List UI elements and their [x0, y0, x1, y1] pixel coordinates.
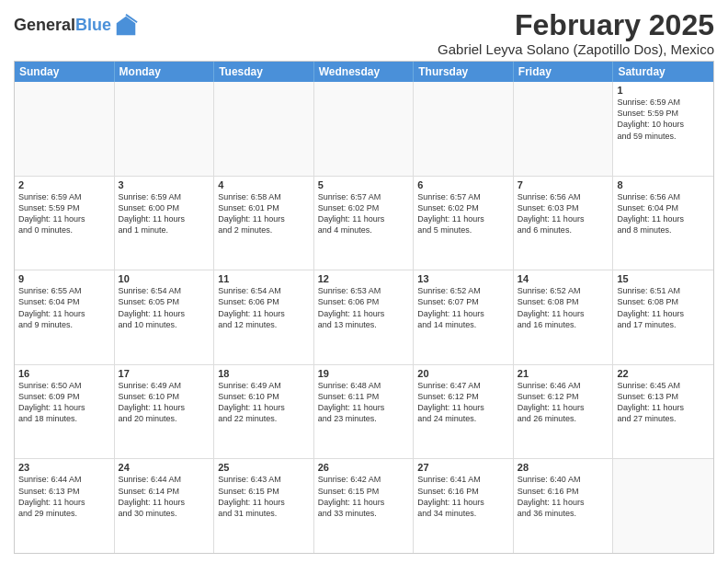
- calendar-body: 1Sunrise: 6:59 AM Sunset: 5:59 PM Daylig…: [15, 82, 713, 553]
- day-cell-9: 9Sunrise: 6:55 AM Sunset: 6:04 PM Daylig…: [15, 270, 115, 364]
- day-info: Sunrise: 6:59 AM Sunset: 5:59 PM Dayligh…: [18, 191, 110, 236]
- calendar-header: SundayMondayTuesdayWednesdayThursdayFrid…: [15, 62, 713, 82]
- day-cell-22: 22Sunrise: 6:45 AM Sunset: 6:13 PM Dayli…: [613, 365, 713, 459]
- day-number: 14: [518, 273, 609, 284]
- day-info: Sunrise: 6:51 AM Sunset: 6:08 PM Dayligh…: [617, 285, 710, 330]
- day-cell-10: 10Sunrise: 6:54 AM Sunset: 6:05 PM Dayli…: [115, 270, 215, 364]
- day-number: 8: [617, 179, 710, 190]
- day-number: 18: [218, 368, 310, 379]
- header-cell-wednesday: Wednesday: [314, 62, 415, 82]
- day-number: 11: [218, 273, 310, 284]
- day-info: Sunrise: 6:42 AM Sunset: 6:15 PM Dayligh…: [318, 474, 410, 519]
- logo: GeneralBlue: [14, 13, 139, 39]
- day-cell-27: 27Sunrise: 6:41 AM Sunset: 6:16 PM Dayli…: [414, 459, 514, 553]
- day-info: Sunrise: 6:43 AM Sunset: 6:15 PM Dayligh…: [218, 474, 310, 519]
- logo-line2: Blue: [75, 16, 111, 34]
- day-cell-14: 14Sunrise: 6:52 AM Sunset: 6:08 PM Dayli…: [514, 270, 614, 364]
- day-info: Sunrise: 6:44 AM Sunset: 6:14 PM Dayligh…: [119, 474, 210, 519]
- day-info: Sunrise: 6:48 AM Sunset: 6:11 PM Dayligh…: [318, 380, 410, 425]
- day-info: Sunrise: 6:56 AM Sunset: 6:03 PM Dayligh…: [518, 191, 609, 236]
- day-cell-20: 20Sunrise: 6:47 AM Sunset: 6:12 PM Dayli…: [414, 365, 514, 459]
- day-number: 27: [417, 462, 509, 473]
- day-info: Sunrise: 6:49 AM Sunset: 6:10 PM Dayligh…: [218, 380, 310, 425]
- day-cell-1: 1Sunrise: 6:59 AM Sunset: 5:59 PM Daylig…: [613, 82, 713, 176]
- day-cell-23: 23Sunrise: 6:44 AM Sunset: 6:13 PM Dayli…: [15, 459, 115, 553]
- day-number: 2: [18, 179, 110, 190]
- day-number: 5: [318, 179, 410, 190]
- day-cell-6: 6Sunrise: 6:57 AM Sunset: 6:02 PM Daylig…: [414, 177, 514, 270]
- day-cell-16: 16Sunrise: 6:50 AM Sunset: 6:09 PM Dayli…: [15, 365, 115, 459]
- day-number: 17: [119, 368, 210, 379]
- day-cell-7: 7Sunrise: 6:56 AM Sunset: 6:03 PM Daylig…: [514, 177, 614, 270]
- day-number: 1: [617, 85, 710, 96]
- day-cell-21: 21Sunrise: 6:46 AM Sunset: 6:12 PM Dayli…: [514, 365, 614, 459]
- title-block: February 2025 Gabriel Leyva Solano (Zapo…: [438, 9, 714, 57]
- day-cell-18: 18Sunrise: 6:49 AM Sunset: 6:10 PM Dayli…: [214, 365, 314, 459]
- day-info: Sunrise: 6:40 AM Sunset: 6:16 PM Dayligh…: [518, 474, 609, 519]
- day-number: 26: [318, 462, 410, 473]
- day-info: Sunrise: 6:44 AM Sunset: 6:13 PM Dayligh…: [18, 474, 110, 519]
- day-info: Sunrise: 6:46 AM Sunset: 6:12 PM Dayligh…: [518, 380, 609, 425]
- calendar-row-4: 16Sunrise: 6:50 AM Sunset: 6:09 PM Dayli…: [15, 364, 713, 459]
- day-info: Sunrise: 6:52 AM Sunset: 6:08 PM Dayligh…: [518, 285, 609, 330]
- header-cell-friday: Friday: [514, 62, 614, 82]
- header-cell-saturday: Saturday: [613, 62, 713, 82]
- day-info: Sunrise: 6:54 AM Sunset: 6:06 PM Dayligh…: [218, 285, 310, 330]
- day-info: Sunrise: 6:52 AM Sunset: 6:07 PM Dayligh…: [417, 285, 509, 330]
- day-cell-3: 3Sunrise: 6:59 AM Sunset: 6:00 PM Daylig…: [115, 177, 215, 270]
- day-number: 28: [518, 462, 609, 473]
- empty-cell: [514, 82, 614, 176]
- header: GeneralBlue February 2025 Gabriel Leyva …: [14, 9, 714, 57]
- day-cell-25: 25Sunrise: 6:43 AM Sunset: 6:15 PM Dayli…: [214, 459, 314, 553]
- header-cell-tuesday: Tuesday: [214, 62, 314, 82]
- header-cell-sunday: Sunday: [15, 62, 115, 82]
- day-number: 4: [218, 179, 310, 190]
- logo-icon: [113, 13, 139, 39]
- day-info: Sunrise: 6:58 AM Sunset: 6:01 PM Dayligh…: [218, 191, 310, 236]
- day-number: 13: [417, 273, 509, 284]
- header-cell-thursday: Thursday: [414, 62, 514, 82]
- calendar-row-3: 9Sunrise: 6:55 AM Sunset: 6:04 PM Daylig…: [15, 270, 713, 364]
- page: GeneralBlue February 2025 Gabriel Leyva …: [0, 0, 728, 563]
- empty-cell: [15, 82, 115, 176]
- day-number: 23: [18, 462, 110, 473]
- empty-cell: [115, 82, 215, 176]
- empty-cell: [314, 82, 415, 176]
- day-info: Sunrise: 6:56 AM Sunset: 6:04 PM Dayligh…: [617, 191, 710, 236]
- calendar: SundayMondayTuesdayWednesdayThursdayFrid…: [14, 61, 714, 554]
- day-number: 9: [18, 273, 110, 284]
- day-info: Sunrise: 6:45 AM Sunset: 6:13 PM Dayligh…: [617, 380, 710, 425]
- empty-cell: [214, 82, 314, 176]
- day-cell-17: 17Sunrise: 6:49 AM Sunset: 6:10 PM Dayli…: [115, 365, 215, 459]
- day-number: 21: [518, 368, 609, 379]
- calendar-row-5: 23Sunrise: 6:44 AM Sunset: 6:13 PM Dayli…: [15, 458, 713, 553]
- main-title: February 2025: [438, 9, 714, 41]
- day-info: Sunrise: 6:49 AM Sunset: 6:10 PM Dayligh…: [119, 380, 210, 425]
- day-number: 16: [18, 368, 110, 379]
- day-cell-15: 15Sunrise: 6:51 AM Sunset: 6:08 PM Dayli…: [613, 270, 713, 364]
- day-number: 22: [617, 368, 710, 379]
- day-number: 12: [318, 273, 410, 284]
- day-number: 19: [318, 368, 410, 379]
- day-cell-2: 2Sunrise: 6:59 AM Sunset: 5:59 PM Daylig…: [15, 177, 115, 270]
- day-cell-28: 28Sunrise: 6:40 AM Sunset: 6:16 PM Dayli…: [514, 459, 614, 553]
- day-number: 3: [119, 179, 210, 190]
- empty-cell: [613, 459, 713, 553]
- day-info: Sunrise: 6:59 AM Sunset: 6:00 PM Dayligh…: [119, 191, 210, 236]
- day-cell-13: 13Sunrise: 6:52 AM Sunset: 6:07 PM Dayli…: [414, 270, 514, 364]
- sub-title: Gabriel Leyva Solano (Zapotillo Dos), Me…: [438, 41, 714, 57]
- day-info: Sunrise: 6:41 AM Sunset: 6:16 PM Dayligh…: [417, 474, 509, 519]
- day-info: Sunrise: 6:57 AM Sunset: 6:02 PM Dayligh…: [318, 191, 410, 236]
- day-info: Sunrise: 6:50 AM Sunset: 6:09 PM Dayligh…: [18, 380, 110, 425]
- calendar-row-1: 1Sunrise: 6:59 AM Sunset: 5:59 PM Daylig…: [15, 82, 713, 176]
- logo-text: GeneralBlue: [14, 13, 139, 39]
- day-info: Sunrise: 6:53 AM Sunset: 6:06 PM Dayligh…: [318, 285, 410, 330]
- day-cell-19: 19Sunrise: 6:48 AM Sunset: 6:11 PM Dayli…: [314, 365, 415, 459]
- day-info: Sunrise: 6:57 AM Sunset: 6:02 PM Dayligh…: [417, 191, 509, 236]
- day-number: 20: [417, 368, 509, 379]
- day-number: 15: [617, 273, 710, 284]
- day-info: Sunrise: 6:55 AM Sunset: 6:04 PM Dayligh…: [18, 285, 110, 330]
- day-cell-24: 24Sunrise: 6:44 AM Sunset: 6:14 PM Dayli…: [115, 459, 215, 553]
- day-cell-4: 4Sunrise: 6:58 AM Sunset: 6:01 PM Daylig…: [214, 177, 314, 270]
- calendar-row-2: 2Sunrise: 6:59 AM Sunset: 5:59 PM Daylig…: [15, 176, 713, 270]
